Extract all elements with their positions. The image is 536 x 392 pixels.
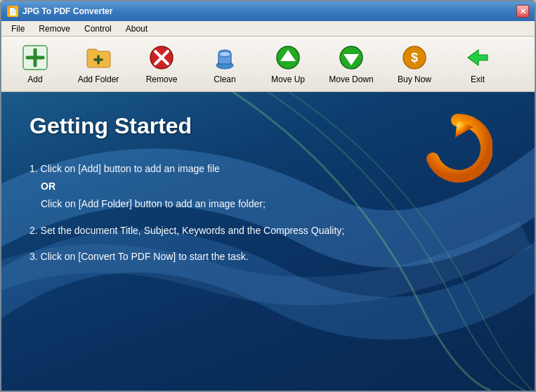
window-title: JPG To PDF Converter (22, 6, 112, 16)
instruction-3-text: 3. Click on [Convert To PDF Now] to star… (30, 251, 249, 262)
exit-icon (464, 44, 492, 72)
main-window: 📄 JPG To PDF Converter ✕ File Remove Con… (0, 0, 536, 392)
close-button[interactable]: ✕ (516, 5, 529, 18)
add-folder-icon (84, 44, 112, 72)
move-up-button[interactable]: Move Up (257, 39, 319, 89)
title-bar-left: 📄 JPG To PDF Converter (7, 6, 112, 17)
clean-icon (211, 44, 239, 72)
add-icon (21, 44, 49, 72)
instruction-1-text: 1. Click on [Add] button to add an image… (30, 163, 220, 174)
remove-icon (148, 44, 176, 72)
add-button[interactable]: Add (4, 39, 66, 89)
svg-marker-17 (468, 50, 488, 65)
menu-file[interactable]: File (4, 22, 32, 35)
main-title: Getting Started (30, 113, 506, 139)
clean-label: Clean (214, 74, 235, 84)
menu-control[interactable]: Control (77, 22, 119, 35)
move-down-button[interactable]: Move Down (320, 39, 382, 89)
move-down-label: Move Down (329, 74, 373, 84)
menu-bar: File Remove Control About (1, 21, 535, 37)
buy-now-button[interactable]: $ Buy Now (384, 39, 445, 89)
move-up-icon (274, 44, 302, 72)
instruction-2-text: 2. Set the document Title, Subject, Keyw… (30, 225, 344, 236)
instruction-1-sub: Click on [Add Folder] button to add an i… (41, 198, 266, 209)
remove-button[interactable]: Remove (131, 39, 192, 89)
toolbar: Add Add Folder Remove (1, 37, 535, 92)
svg-point-10 (221, 53, 229, 56)
title-bar: 📄 JPG To PDF Converter ✕ (1, 1, 535, 21)
instruction-1: 1. Click on [Add] button to add an image… (30, 160, 506, 214)
main-content: Getting Started 1. Click on [Add] button… (1, 92, 535, 391)
add-folder-button[interactable]: Add Folder (67, 39, 129, 89)
add-label: Add (27, 74, 42, 84)
instruction-3: 3. Click on [Convert To PDF Now] to star… (30, 248, 506, 266)
instruction-list: 1. Click on [Add] button to add an image… (30, 160, 506, 266)
add-folder-label: Add Folder (78, 74, 119, 84)
buy-now-label: Buy Now (398, 74, 431, 84)
menu-remove[interactable]: Remove (32, 22, 77, 35)
exit-label: Exit (471, 74, 485, 84)
exit-button[interactable]: Exit (447, 39, 509, 89)
remove-label: Remove (146, 74, 178, 84)
app-icon: 📄 (7, 6, 18, 17)
menu-about[interactable]: About (119, 22, 155, 35)
clean-button[interactable]: Clean (194, 39, 256, 89)
svg-text:$: $ (411, 51, 418, 65)
content-overlay: Getting Started 1. Click on [Add] button… (1, 92, 535, 391)
move-up-label: Move Up (271, 74, 305, 84)
or-text: OR (41, 181, 55, 192)
instruction-2: 2. Set the document Title, Subject, Keyw… (30, 222, 506, 240)
buy-now-icon: $ (400, 44, 429, 72)
move-down-icon (337, 44, 365, 72)
